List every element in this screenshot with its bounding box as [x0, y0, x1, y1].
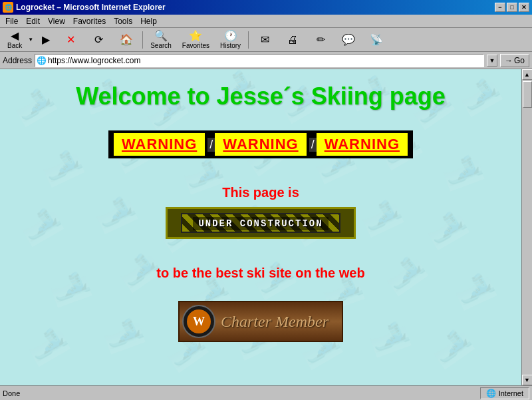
back-button[interactable]: ◀ Back	[3, 30, 27, 50]
history-button[interactable]: 🕐 History	[215, 30, 245, 50]
edit-icon: ✏	[317, 35, 325, 45]
toolbar: ◀ Back ▼ ▶ ✕ ⟳ 🏠 🔍 Search ⭐ Favorites 🕐 …	[0, 28, 532, 52]
charter-member-container: W Charter Member	[13, 301, 508, 342]
messenger-button[interactable]: 📡	[363, 30, 390, 50]
under-construction-container: UNDER CONSTRUCTION	[13, 207, 508, 252]
home-button[interactable]: 🏠	[113, 30, 140, 50]
maximize-button[interactable]: □	[507, 3, 517, 12]
back-icon: ◀	[11, 31, 19, 41]
scroll-track[interactable]	[522, 80, 532, 375]
warning-banner: WARNING / WARNING / WARNING	[108, 130, 413, 158]
page-content: Welcome to Jesse´s Skiing page WARNING /…	[0, 69, 521, 355]
zone-icon: 🌐	[486, 389, 496, 398]
refresh-icon: ⟳	[94, 35, 103, 45]
title-bar-buttons: − □ ✕	[495, 3, 529, 12]
menu-help[interactable]: Help	[136, 15, 161, 27]
charter-logo-inner: W	[187, 309, 211, 333]
warning-text-3: WARNING	[317, 133, 408, 156]
search-label: Search	[150, 42, 172, 49]
messenger-icon: 📡	[370, 35, 383, 45]
discuss-button[interactable]: 💬	[335, 30, 362, 50]
menu-bar: File Edit View Favorites Tools Help	[0, 15, 532, 28]
under-construction-banner: UNDER CONSTRUCTION	[166, 207, 355, 239]
charter-text: Charter Member	[221, 313, 329, 331]
scroll-down-button[interactable]: ▼	[522, 375, 533, 385]
menu-view[interactable]: View	[44, 15, 69, 27]
stop-button[interactable]: ✕	[57, 30, 84, 50]
mail-icon: ✉	[261, 35, 269, 45]
slash-1: /	[207, 138, 215, 152]
address-input-wrapper[interactable]: 🌐	[35, 54, 484, 67]
warning-text-1: WARNING	[114, 133, 207, 156]
menu-edit[interactable]: Edit	[22, 15, 44, 27]
stop-icon: ✕	[66, 35, 75, 45]
favorites-icon: ⭐	[189, 31, 202, 41]
zone-text: Internet	[499, 389, 523, 397]
go-button[interactable]: → Go	[500, 54, 529, 67]
charter-logo: W	[182, 305, 215, 338]
uc-inner: UNDER CONSTRUCTION	[181, 213, 340, 233]
page-icon: 🌐	[37, 56, 47, 65]
forward-icon: ▶	[42, 35, 50, 45]
favorites-label: Favorites	[182, 42, 209, 49]
edit-button[interactable]: ✏	[307, 30, 334, 50]
menu-tools[interactable]: Tools	[110, 15, 136, 27]
window-icon: 🌐	[3, 2, 13, 13]
print-button[interactable]: 🖨	[279, 30, 306, 50]
history-label: History	[220, 42, 241, 49]
slash-2: /	[309, 138, 317, 152]
search-button[interactable]: 🔍 Search	[146, 30, 176, 50]
welcome-heading: Welcome to Jesse´s Skiing page	[13, 83, 508, 110]
minimize-button[interactable]: −	[495, 3, 505, 12]
back-dropdown[interactable]: ▼	[27, 37, 35, 43]
status-text: Done	[3, 389, 20, 397]
status-zone: 🌐 Internet	[480, 387, 529, 399]
back-label: Back	[7, 42, 22, 49]
scroll-area: 🎿 🎿 🎿 🎿 🎿 🎿 🎿 🎿 🎿 🎿 🎿	[0, 69, 521, 385]
charter-logo-letter: W	[193, 315, 205, 329]
go-label: Go	[514, 56, 525, 65]
history-icon: 🕐	[224, 31, 237, 41]
separator-2	[248, 31, 249, 49]
go-arrow-icon: →	[505, 56, 513, 65]
warning-banner-container: WARNING / WARNING / WARNING	[13, 130, 508, 172]
forward-button[interactable]: ▶	[36, 30, 56, 50]
menu-file[interactable]: File	[1, 15, 22, 27]
scroll-up-button[interactable]: ▲	[522, 69, 533, 80]
separator-1	[142, 31, 143, 49]
favorites-button[interactable]: ⭐ Favorites	[178, 30, 214, 50]
uc-text: UNDER CONSTRUCTION	[193, 217, 328, 230]
address-dropdown[interactable]: ▼	[487, 55, 497, 67]
window-title: Logrocket – Microsoft Internet Explorer	[16, 3, 166, 12]
title-bar: 🌐 Logrocket – Microsoft Internet Explore…	[0, 0, 532, 15]
address-bar: Address 🌐 ▼ → Go	[0, 52, 532, 69]
warning-text-2: WARNING	[215, 133, 309, 156]
status-bar: Done 🌐 Internet	[0, 385, 532, 400]
close-button[interactable]: ✕	[519, 3, 529, 12]
refresh-button[interactable]: ⟳	[85, 30, 112, 50]
menu-favorites[interactable]: Favorites	[69, 15, 110, 27]
best-ski-text: to be the best ski site on the web	[13, 266, 508, 281]
search-icon: 🔍	[154, 31, 168, 41]
scrollbar[interactable]: ▲ ▼	[521, 69, 532, 385]
charter-member-badge: W Charter Member	[178, 301, 343, 342]
this-page-text: This page is	[13, 185, 508, 200]
home-icon: 🏠	[120, 35, 133, 45]
discuss-icon: 💬	[342, 35, 355, 45]
scroll-thumb[interactable]	[523, 81, 532, 108]
browser-content: 🎿 🎿 🎿 🎿 🎿 🎿 🎿 🎿 🎿 🎿 🎿	[0, 69, 532, 385]
address-label: Address	[3, 56, 32, 65]
address-input[interactable]	[48, 56, 482, 65]
mail-button[interactable]: ✉	[251, 30, 278, 50]
print-icon: 🖨	[287, 35, 298, 45]
